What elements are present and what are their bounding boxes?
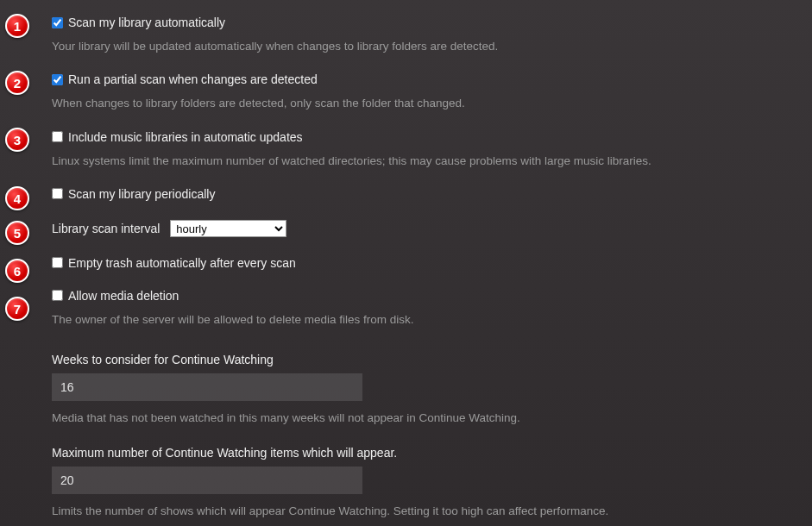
partial-scan-checkbox[interactable] [52,74,63,85]
allow-deletion-label: Allow media deletion [68,289,179,303]
annotation-marker-6: 6 [5,259,29,283]
scan-auto-label: Scan my library automatically [68,16,225,29]
scan-interval-select[interactable]: hourly [170,220,286,237]
setting-allow-deletion: Allow media deletion The owner of the se… [52,289,812,329]
annotation-marker-1: 1 [5,14,29,38]
scan-periodic-checkbox[interactable] [52,188,63,199]
continue-max-desc: Limits the number of shows which will ap… [52,503,812,520]
scan-periodic-label: Scan my library periodically [68,187,215,201]
include-music-checkbox[interactable] [52,131,63,142]
setting-partial-scan: Run a partial scan when changes are dete… [52,72,812,112]
partial-scan-label: Run a partial scan when changes are dete… [68,72,318,86]
allow-deletion-checkbox[interactable] [52,290,63,301]
continue-max-label: Maximum number of Continue Watching item… [52,446,812,460]
setting-continue-max: Maximum number of Continue Watching item… [52,446,812,520]
continue-weeks-input[interactable] [52,373,362,401]
allow-deletion-desc: The owner of the server will be allowed … [52,311,812,329]
partial-scan-desc: When changes to library folders are dete… [52,95,812,112]
include-music-desc: Linux systems limit the maximum number o… [52,153,812,170]
annotation-marker-4: 4 [5,186,29,210]
setting-scan-interval: Library scan interval hourly [52,220,812,237]
annotation-marker-2: 2 [5,71,29,95]
scan-interval-label: Library scan interval [52,222,160,235]
include-music-label: Include music libraries in automatic upd… [68,130,303,144]
empty-trash-label: Empty trash automatically after every sc… [68,256,296,270]
scan-auto-desc: Your library will be updated automatical… [52,38,812,55]
annotation-marker-7: 7 [5,297,29,321]
continue-weeks-desc: Media that has not been watched in this … [52,410,812,427]
scan-auto-checkbox[interactable] [52,17,63,28]
annotation-marker-3: 3 [5,128,29,152]
setting-empty-trash: Empty trash automatically after every sc… [52,256,812,270]
setting-scan-auto: Scan my library automatically Your libra… [52,16,812,55]
annotation-marker-5: 5 [5,221,29,245]
library-settings-panel: Scan my library automatically Your libra… [0,0,812,521]
continue-weeks-label: Weeks to consider for Continue Watching [52,353,812,366]
setting-continue-weeks: Weeks to consider for Continue Watching … [52,353,812,427]
empty-trash-checkbox[interactable] [52,257,63,268]
setting-scan-periodic: Scan my library periodically [52,187,812,201]
continue-max-input[interactable] [52,467,362,494]
setting-include-music: Include music libraries in automatic upd… [52,130,812,170]
